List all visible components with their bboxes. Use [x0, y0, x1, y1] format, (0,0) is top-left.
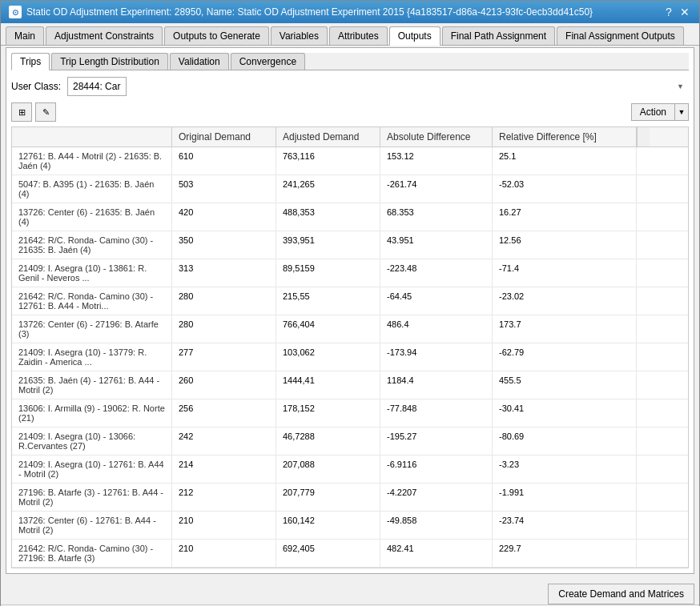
content-area: Trips Trip Length Distribution Validatio… [6, 47, 694, 574]
table-row[interactable]: 13726: Center (6) - 27196: B. Atarfe (3)… [12, 315, 688, 343]
cell-rel-diff: 455.5 [493, 371, 637, 399]
cell-original: 350 [172, 231, 276, 259]
cell-abs-diff: -4.2207 [380, 484, 493, 511]
tab-main[interactable]: Main [6, 26, 44, 45]
cell-adjusted: 393,951 [276, 231, 380, 259]
title-bar-left: ⊙ Static OD Adjustment Experiment: 28950… [9, 6, 593, 18]
cell-adjusted: 215,55 [276, 287, 380, 315]
chevron-down-icon: ▼ [678, 108, 686, 116]
cell-name: 13726: Center (6) - 27196: B. Atarfe (3) [12, 315, 172, 343]
table-row[interactable]: 13726: Center (6) - 21635: B. Jaén (4) 4… [12, 203, 688, 231]
tab-attributes[interactable]: Attributes [329, 26, 388, 45]
table-header: Original Demand Adjusted Demand Absolute… [12, 127, 688, 147]
tab-convergence[interactable]: Convergence [231, 53, 305, 70]
close-button[interactable]: ✕ [678, 6, 691, 18]
create-demand-button[interactable]: Create Demand and Matrices [548, 584, 694, 604]
table-row[interactable]: 27196: B. Atarfe (3) - 12761: B. A44 - M… [12, 484, 688, 512]
tab-validation[interactable]: Validation [170, 53, 229, 70]
cell-original: 260 [172, 371, 276, 399]
table-row[interactable]: 21409: I. Asegra (10) - 12761: B. A44 - … [12, 456, 688, 484]
table-row[interactable]: 5047: B. A395 (1) - 21635: B. Jaén (4) 5… [12, 175, 688, 203]
table-row[interactable]: 21642: R/C. Ronda- Camino (30) - 21635: … [12, 231, 688, 259]
tab-trip-length-distribution[interactable]: Trip Length Distribution [51, 53, 168, 70]
tab-outputs-to-generate[interactable]: Outputs to Generate [164, 26, 269, 45]
cell-adjusted: 207,779 [276, 484, 380, 511]
col-name [12, 127, 172, 146]
col-absolute-difference: Absolute Difference [380, 127, 493, 146]
title-bar: ⊙ Static OD Adjustment Experiment: 28950… [1, 1, 699, 23]
cell-rel-diff: -80.69 [493, 427, 637, 455]
table-body[interactable]: 12761: B. A44 - Motril (2) - 21635: B. J… [12, 147, 688, 568]
cell-name: 21635: B. Jaén (4) - 12761: B. A44 - Mot… [12, 371, 172, 399]
cell-name: 21409: I. Asegra (10) - 13066: R.Cervant… [12, 427, 172, 455]
main-tabs: Main Adjustment Constraints Outputs to G… [1, 23, 699, 46]
edit-button[interactable]: ✎ [35, 102, 56, 122]
cell-abs-diff: -195.27 [380, 427, 493, 455]
cell-adjusted: 46,7288 [276, 427, 380, 455]
cell-name: 27196: B. Atarfe (3) - 12761: B. A44 - M… [12, 484, 172, 511]
table-row[interactable]: 13726: Center (6) - 12761: B. A44 - Motr… [12, 512, 688, 540]
app-icon: ⊙ [9, 6, 22, 18]
cell-adjusted: 178,152 [276, 399, 380, 427]
cell-rel-diff: -30.41 [493, 399, 637, 427]
cell-original: 242 [172, 427, 276, 455]
tab-trips[interactable]: Trips [11, 53, 50, 70]
user-class-select[interactable]: 28444: Car [67, 77, 127, 96]
cell-original: 212 [172, 484, 276, 511]
table-row[interactable]: 13606: I. Armilla (9) - 19062: R. Norte … [12, 399, 688, 427]
cell-rel-diff: -62.79 [493, 343, 637, 371]
cell-abs-diff: 153.12 [380, 147, 493, 175]
cell-abs-diff: -261.74 [380, 175, 493, 203]
cell-abs-diff: -173.94 [380, 343, 493, 371]
cell-rel-diff: 12.56 [493, 231, 637, 259]
cell-name: 5047: B. A395 (1) - 21635: B. Jaén (4) [12, 175, 172, 203]
tab-outputs[interactable]: Outputs [389, 26, 441, 46]
cell-abs-diff: -6.9116 [380, 456, 493, 483]
edit-icon: ✎ [42, 107, 50, 118]
tab-variables[interactable]: Variables [271, 26, 328, 45]
col-relative-difference: Relative Difference [%] [493, 127, 637, 146]
user-class-select-wrapper: 28444: Car [67, 77, 689, 96]
col-adjusted-demand: Adjusted Demand [276, 127, 380, 146]
cell-original: 210 [172, 540, 276, 567]
title-bar-buttons: ? ✕ [662, 6, 691, 18]
table-row[interactable]: 21409: I. Asegra (10) - 13066: R.Cervant… [12, 427, 688, 456]
cell-abs-diff: -64.45 [380, 287, 493, 315]
table-row[interactable]: 21642: R/C. Ronda- Camino (30) - 27196: … [12, 540, 688, 568]
cell-adjusted: 160,142 [276, 512, 380, 539]
cell-rel-diff: -23.74 [493, 512, 637, 539]
cell-rel-diff: -23.02 [493, 287, 637, 315]
help-icon-button[interactable]: ? [662, 6, 675, 18]
table-row[interactable]: 21409: I. Asegra (10) - 13779: R. Zaidin… [12, 343, 688, 371]
cell-name: 21409: I. Asegra (10) - 13779: R. Zaidin… [12, 343, 172, 371]
tab-final-assignment-outputs[interactable]: Final Assignment Outputs [557, 26, 684, 45]
cell-rel-diff: -71.4 [493, 259, 637, 287]
table-row[interactable]: 21642: R/C. Ronda- Camino (30) - 12761: … [12, 287, 688, 315]
table-row[interactable]: 21635: B. Jaén (4) - 12761: B. A44 - Mot… [12, 371, 688, 399]
action-button[interactable]: Action [631, 103, 674, 121]
user-class-row: User Class: 28444: Car [11, 77, 689, 96]
cell-name: 13726: Center (6) - 21635: B. Jaén (4) [12, 203, 172, 231]
cell-original: 210 [172, 512, 276, 539]
cell-abs-diff: -77.848 [380, 399, 493, 427]
action-button-group: Action ▼ [631, 103, 689, 121]
cell-rel-diff: 25.1 [493, 147, 637, 175]
cell-name: 21409: I. Asegra (10) - 12761: B. A44 - … [12, 456, 172, 483]
cell-abs-diff: 43.951 [380, 231, 493, 259]
table-row[interactable]: 21409: I. Asegra (10) - 13861: R. Genil … [12, 259, 688, 287]
bottom-bar: Create Demand and Matrices [1, 579, 699, 604]
table-row[interactable]: 12761: B. A44 - Motril (2) - 21635: B. J… [12, 147, 688, 175]
cell-name: 21642: R/C. Ronda- Camino (30) - 12761: … [12, 287, 172, 315]
action-dropdown-button[interactable]: ▼ [674, 103, 689, 121]
cell-original: 503 [172, 175, 276, 203]
cell-adjusted: 488,353 [276, 203, 380, 231]
cell-adjusted: 241,265 [276, 175, 380, 203]
cell-adjusted: 1444,41 [276, 371, 380, 399]
cell-rel-diff: -3.23 [493, 456, 637, 483]
cell-original: 214 [172, 456, 276, 483]
cell-name: 21642: R/C. Ronda- Camino (30) - 21635: … [12, 231, 172, 259]
grid-view-button[interactable]: ⊞ [11, 102, 32, 122]
toolbar-left: ⊞ ✎ [11, 102, 56, 122]
tab-adjustment-constraints[interactable]: Adjustment Constraints [46, 26, 163, 45]
tab-final-path-assignment[interactable]: Final Path Assignment [442, 26, 555, 45]
